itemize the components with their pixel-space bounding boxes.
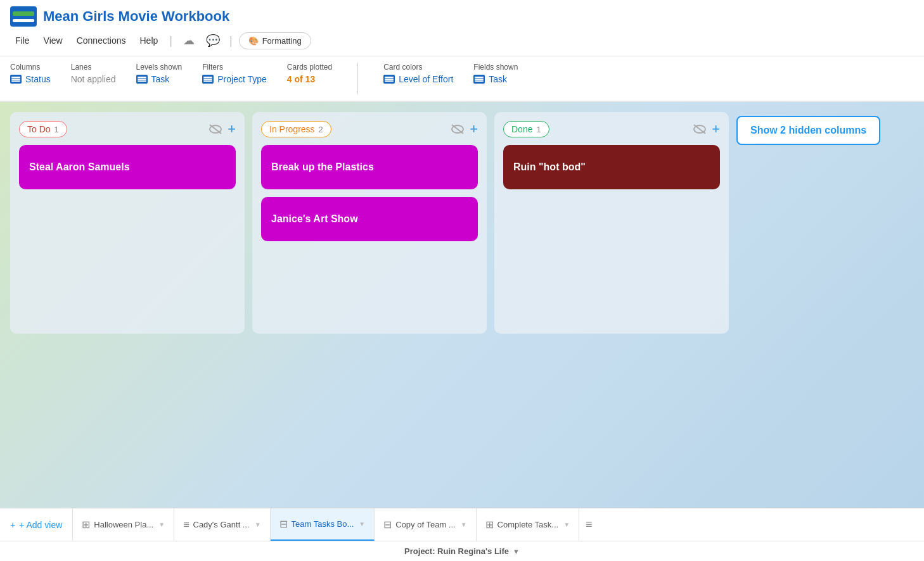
tab-cadys-gantt[interactable]: ≡ Cady's Gantt ... ▼	[174, 508, 270, 541]
columns-value[interactable]: Status	[10, 74, 51, 84]
add-card-todo-icon[interactable]: +	[228, 121, 236, 137]
columns-field-icon	[10, 75, 22, 84]
bottom-tabs: + + Add view ⊞ Halloween Pla... ▼ ≡ Cady…	[0, 508, 924, 541]
levels-value-text: Task	[151, 74, 170, 84]
menu-file[interactable]: File	[10, 33, 35, 48]
lanes-label: Lanes	[71, 63, 116, 72]
add-card-inprogress-icon[interactable]: +	[470, 121, 478, 137]
card-steal-aaron[interactable]: Steal Aaron Samuels	[19, 145, 236, 189]
card-colors-value[interactable]: Level of Effort	[383, 74, 453, 84]
card-ruin-hot-bod[interactable]: Ruin "hot bod"	[503, 145, 720, 189]
title-row: Mean Girls Movie Workbook	[10, 6, 914, 27]
fields-shown-label: Fields shown	[473, 63, 518, 72]
app-header: Mean Girls Movie Workbook File View Conn…	[0, 0, 924, 56]
tab-complete-task-dropdown-icon[interactable]: ▼	[563, 521, 570, 528]
add-view-label: + Add view	[19, 520, 62, 530]
toolbar-cards-plotted-group: Cards plotted 4 of 13	[287, 63, 332, 84]
tab-team-tasks-label: Team Tasks Bo...	[292, 519, 354, 529]
cards-plotted-label: Cards plotted	[287, 63, 332, 72]
menu-divider-1: |	[169, 34, 172, 47]
levels-value[interactable]: Task	[136, 74, 183, 84]
lanes-value-text: Not applied	[71, 74, 116, 84]
fields-shown-value-text: Task	[489, 74, 507, 84]
app-logo	[10, 6, 37, 27]
filters-field-icon	[202, 75, 214, 84]
chat-icon[interactable]: 💬	[203, 30, 223, 51]
menu-help[interactable]: Help	[134, 33, 163, 48]
more-tabs-icon[interactable]: ≡	[579, 508, 599, 541]
show-hidden-columns-button[interactable]: Show 2 hidden columns	[736, 116, 880, 145]
tab-cadys-gantt-icon: ≡	[183, 519, 189, 531]
column-done-badge[interactable]: Done 1	[503, 121, 549, 137]
formatting-button[interactable]: 🎨 Formatting	[239, 32, 311, 49]
card-break-up-plastics[interactable]: Break up the Plastics	[261, 145, 478, 189]
tab-copy-team-dropdown-icon[interactable]: ▼	[461, 521, 467, 528]
toolbar-columns-group: Columns Status	[10, 63, 51, 84]
tab-halloween[interactable]: ⊞ Halloween Pla... ▼	[73, 508, 174, 541]
fields-shown-value[interactable]: Task	[473, 74, 518, 84]
column-done-header: Done 1 +	[503, 121, 720, 137]
tab-copy-team[interactable]: ⊟ Copy of Team ... ▼	[375, 508, 476, 541]
hide-column-done-icon[interactable]	[693, 124, 707, 134]
column-todo-badge[interactable]: To Do 1	[19, 121, 67, 137]
add-view-plus-icon: +	[10, 520, 15, 530]
column-inprogress-actions: +	[451, 121, 478, 137]
column-inprogress-label: In Progress	[269, 124, 315, 134]
tab-cadys-gantt-dropdown-icon[interactable]: ▼	[255, 521, 261, 528]
cards-plotted-value[interactable]: 4 of 13	[287, 74, 332, 84]
filters-value-text: Project Type	[217, 74, 267, 84]
logo-bar-white	[13, 19, 34, 22]
cloud-icon[interactable]: ☁	[179, 30, 199, 51]
status-bar: Project: Ruin Regina's Life ▼	[0, 541, 924, 561]
add-view-tab[interactable]: + + Add view	[0, 508, 73, 541]
columns-value-text: Status	[25, 74, 51, 84]
menu-connections[interactable]: Connections	[72, 33, 131, 48]
tab-team-tasks[interactable]: ⊟ Team Tasks Bo... ▼	[271, 508, 375, 541]
column-todo-count: 1	[55, 125, 59, 134]
column-todo-header: To Do 1 +	[19, 121, 236, 137]
tab-team-tasks-dropdown-icon[interactable]: ▼	[359, 520, 365, 527]
toolbar-levels-group: Levels shown Task	[136, 63, 183, 84]
hide-column-todo-icon[interactable]	[209, 124, 222, 134]
hide-column-inprogress-icon[interactable]	[451, 124, 465, 134]
tab-halloween-label: Halloween Pla...	[94, 520, 153, 529]
column-todo-label: To Do	[27, 124, 51, 134]
column-todo: To Do 1 + Steal Aaron Samuels	[10, 112, 245, 334]
toolbar-card-colors-group: Card colors Level of Effort	[383, 63, 453, 84]
fields-shown-field-icon	[473, 75, 485, 84]
palette-icon: 🎨	[248, 36, 259, 46]
tab-copy-team-icon: ⊟	[383, 519, 392, 531]
card-ruin-hot-bod-text: Ruin "hot bod"	[513, 161, 586, 173]
card-janice-art-show[interactable]: Janice's Art Show	[261, 197, 478, 241]
column-done: Done 1 + Ruin "hot bod"	[494, 112, 729, 334]
column-done-actions: +	[693, 121, 720, 137]
levels-label: Levels shown	[136, 63, 183, 72]
add-card-done-icon[interactable]: +	[712, 121, 720, 137]
app-title: Mean Girls Movie Workbook	[43, 8, 229, 25]
lanes-value[interactable]: Not applied	[71, 74, 116, 84]
tab-complete-task[interactable]: ⊞ Complete Task... ▼	[477, 508, 580, 541]
toolbar-filters-group: Filters Project Type	[202, 63, 267, 84]
card-colors-field-icon	[383, 75, 395, 84]
card-break-up-plastics-text: Break up the Plastics	[271, 161, 374, 173]
column-inprogress-header: In Progress 2 +	[261, 121, 478, 137]
column-inprogress-count: 2	[319, 125, 323, 134]
column-done-count: 1	[536, 125, 541, 134]
column-todo-actions: +	[209, 121, 236, 137]
menu-view[interactable]: View	[39, 33, 68, 48]
card-colors-label: Card colors	[383, 63, 453, 72]
toolbar-divider	[357, 63, 358, 94]
tab-halloween-dropdown-icon[interactable]: ▼	[158, 521, 165, 528]
tab-copy-team-label: Copy of Team ...	[395, 520, 455, 529]
levels-field-icon	[136, 75, 148, 84]
formatting-label: Formatting	[262, 36, 302, 46]
status-bar-dropdown-icon[interactable]: ▼	[513, 548, 520, 555]
menu-divider-2: |	[229, 34, 233, 47]
tab-cadys-gantt-label: Cady's Gantt ...	[193, 520, 250, 529]
column-inprogress-badge[interactable]: In Progress 2	[261, 121, 331, 137]
tab-complete-task-icon: ⊞	[485, 519, 494, 531]
columns-label: Columns	[10, 63, 51, 72]
filters-value[interactable]: Project Type	[202, 74, 267, 84]
status-bar-label: Project: Ruin Regina's Life	[404, 546, 509, 556]
logo-bar-green	[13, 11, 34, 16]
